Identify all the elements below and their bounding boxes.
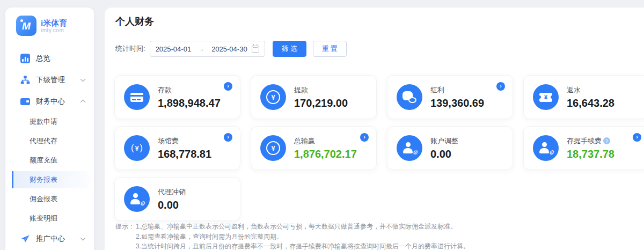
brand-name: i米体育 xyxy=(41,18,67,27)
card-rebate: 返水 16,643.28 xyxy=(523,75,644,119)
date-range-input[interactable]: 2025-04-01 → 2025-04-30 xyxy=(150,41,265,57)
card-label: 总输赢 xyxy=(294,136,357,146)
wallet-icon xyxy=(20,98,30,105)
ticket-yuan-icon xyxy=(539,93,552,102)
card-value: 139,360.69 xyxy=(430,97,484,109)
card-label: 返水 xyxy=(567,85,614,95)
card-detail-arrow-icon[interactable]: › xyxy=(224,133,232,142)
sidebar-item-agent-deposit[interactable]: 代理代存 xyxy=(5,131,94,151)
subordinates-icon xyxy=(20,75,30,85)
card-detail-arrow-icon[interactable]: › xyxy=(360,133,369,142)
end-date-value[interactable]: 2025-04-30 xyxy=(211,45,247,53)
help-icon[interactable]: ? xyxy=(603,137,610,144)
sidebar-item-subordinates[interactable]: 下级管理 xyxy=(5,69,94,91)
page-title: 个人财务 xyxy=(115,15,154,28)
stat-time-label: 统计时间: xyxy=(115,44,145,54)
card-transaction-fee: 存提手续费 ? 18,737.78 › xyxy=(523,126,644,170)
sidebar-item-overview[interactable]: 总览 xyxy=(5,48,94,69)
sidebar-item-finance-center[interactable]: 财务中心 xyxy=(5,91,94,112)
yuan-ring-icon xyxy=(266,141,280,155)
card-bonus: 红利 139,360.69 › xyxy=(387,75,513,119)
card-agent-writeoff: 代理冲销 0.00 xyxy=(114,177,240,221)
footer-notes: 提示： 1.总输赢、净输赢中正数表示公司盈利，负数表示公司亏损，每天数据只做普通… xyxy=(115,222,470,250)
coins-icon xyxy=(402,91,416,103)
card-venue-fee: 场馆费 168,778.81 › xyxy=(114,126,240,170)
sidebar-item-finance-report[interactable]: 财务报表 xyxy=(12,171,90,188)
card-value: 1,898,948.47 xyxy=(158,97,221,109)
card-detail-arrow-icon[interactable]: › xyxy=(496,82,505,91)
brand-logo: M i米体育 imty.com xyxy=(5,8,94,36)
card-label: 提款 xyxy=(294,85,348,95)
stat-cards-grid: 存款 1,898,948.47 › 提款 170,219.00 红利 139,3… xyxy=(114,75,644,221)
card-detail-arrow-icon[interactable]: › xyxy=(633,133,641,142)
card-value: 168,778.81 xyxy=(158,148,211,160)
note-line: 1.总输赢、净输赢中正数表示公司盈利，负数表示公司亏损，每天数据只做普通参考，并… xyxy=(136,222,470,232)
user-gear-icon xyxy=(539,142,552,154)
card-label: 存提手续费 xyxy=(567,136,602,146)
card-detail-arrow-icon[interactable]: › xyxy=(224,82,232,91)
card-account-adjustment: 账户调整 0.00 xyxy=(387,126,513,170)
card-label: 红利 xyxy=(430,85,484,95)
chevron-down-icon xyxy=(80,77,86,82)
note-line: 2.如需查看净输赢，查询时间需为月份的完整周期。 xyxy=(136,232,470,242)
filter-button[interactable]: 筛选 xyxy=(273,41,306,57)
note-line: 3.当统计时间跨月，且前后月份的存提费率不一致时，存提手续费和净输赢将按查询时间… xyxy=(136,241,470,250)
sidebar: M i米体育 imty.com 总览 下级管理 财务中心 xyxy=(5,8,94,250)
card-value: 0.00 xyxy=(430,148,458,160)
chevron-up-icon xyxy=(80,100,86,105)
card-deposit: 存款 1,898,948.47 › xyxy=(114,75,240,119)
notes-prefix: 提示： xyxy=(115,222,135,250)
overview-icon xyxy=(20,54,30,63)
sidebar-menu: 总览 下级管理 财务中心 提款申请 代理代存 额度充值 财务 xyxy=(5,48,94,250)
card-value: 170,219.00 xyxy=(294,97,348,109)
card-label: 场馆费 xyxy=(158,136,211,146)
logo-letter: M xyxy=(22,20,31,32)
card-value: 0.00 xyxy=(158,199,186,211)
yuan-ring-icon xyxy=(266,90,280,104)
card-value: 1,876,702.17 xyxy=(294,148,357,160)
card-value: 18,737.78 xyxy=(567,148,614,160)
start-date-value[interactable]: 2025-04-01 xyxy=(156,45,192,53)
sidebar-item-quota-recharge[interactable]: 额度充值 xyxy=(5,151,94,170)
user-gear-icon xyxy=(130,193,143,205)
card-label: 账户调整 xyxy=(430,136,458,146)
brand-logo-icon: M xyxy=(16,16,36,36)
sidebar-item-commission-report[interactable]: 佣金报表 xyxy=(5,189,94,209)
logo-dot xyxy=(20,19,23,22)
reset-button[interactable]: 重置 xyxy=(313,41,347,57)
card-withdrawal: 提款 170,219.00 xyxy=(251,75,377,119)
paper-plane-icon xyxy=(20,234,30,244)
user-gear-icon xyxy=(403,142,416,154)
filter-bar: 统计时间: 2025-04-01 → 2025-04-30 筛选 重置 xyxy=(115,41,347,57)
card-value: 16,643.28 xyxy=(567,97,614,109)
bank-card-icon xyxy=(130,93,143,102)
card-total-winloss: 总输赢 1,876,702.17 › xyxy=(251,126,377,170)
sidebar-item-withdrawal-request[interactable]: 提款申请 xyxy=(5,112,94,131)
main-panel: 个人财务 统计时间: 2025-04-01 → 2025-04-30 筛选 重置… xyxy=(105,8,644,250)
brand-domain: imty.com xyxy=(41,27,67,34)
sidebar-item-promotion-center[interactable]: 推广中心 xyxy=(5,228,94,249)
chevron-down-icon xyxy=(80,236,86,241)
date-range-separator: → xyxy=(191,45,211,53)
card-label: 存款 xyxy=(158,85,221,95)
sidebar-item-account-changes[interactable]: 账变明细 xyxy=(5,209,94,228)
yuan-brackets-icon xyxy=(131,143,143,153)
calendar-icon[interactable] xyxy=(252,46,259,53)
card-label: 代理冲销 xyxy=(158,187,186,197)
